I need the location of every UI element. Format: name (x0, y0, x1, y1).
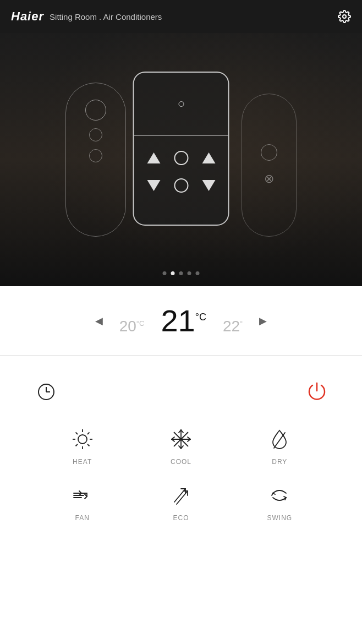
dot-1[interactable] (163, 271, 167, 275)
dry-icon (266, 426, 293, 452)
header-subtitle: Sitting Room . Air Conditioners (50, 12, 162, 21)
brand-name: Haier (11, 9, 44, 24)
temp-increase-button[interactable]: ▶ (243, 315, 283, 327)
fan-label: FAN (75, 514, 89, 522)
settings-icon[interactable] (338, 10, 351, 23)
divider-line (0, 355, 362, 356)
svg-line-12 (75, 444, 78, 446)
ghost-circle-large (85, 100, 106, 121)
ghost-right-circle (261, 144, 277, 161)
button-down-left[interactable] (142, 174, 164, 197)
mode-heat[interactable]: HEAT (33, 426, 131, 466)
mode-grid: HEAT (22, 421, 340, 533)
temp-center: 21°C (161, 303, 206, 339)
remote-indicator (178, 101, 184, 107)
dot-3[interactable] (179, 271, 183, 275)
cool-label: COOL (171, 458, 191, 466)
remote-illustration: ⊗ (65, 61, 297, 259)
button-down-right[interactable] (198, 174, 220, 197)
remote-buttons (142, 136, 220, 208)
remote-top-bar (134, 73, 228, 136)
ghost-right-x: ⊗ (264, 172, 274, 186)
remote-ghost-right: ⊗ (242, 94, 297, 237)
cool-icon (168, 426, 194, 452)
swing-icon (266, 482, 293, 509)
dot-2[interactable] (171, 271, 175, 275)
timer-button[interactable] (33, 378, 59, 404)
button-circle-top[interactable] (170, 147, 192, 169)
eco-icon (168, 482, 194, 509)
hero-section: ⊗ (0, 33, 362, 286)
top-controls-row (22, 372, 340, 421)
mode-eco[interactable]: ECO (131, 482, 230, 522)
header: Haier Sitting Room . Air Conditioners (0, 0, 362, 33)
controls-section: HEAT (0, 361, 362, 538)
mode-dry[interactable]: DRY (231, 426, 329, 466)
temp-decrease-button[interactable]: ◀ (79, 315, 119, 327)
pagination-dots (163, 271, 200, 275)
ghost-circle-small (89, 128, 102, 141)
heat-icon (69, 426, 96, 452)
svg-point-4 (78, 435, 87, 444)
button-up-left[interactable] (142, 147, 164, 169)
eco-label: ECO (173, 514, 189, 522)
remote-ghost-left (65, 83, 126, 237)
header-left: Haier Sitting Room . Air Conditioners (11, 9, 162, 24)
svg-line-11 (87, 433, 90, 435)
button-up-right[interactable] (198, 147, 220, 169)
dot-5[interactable] (196, 271, 200, 275)
mode-cool[interactable]: COOL (131, 426, 230, 466)
temperature-section: ◀ 20°C 21°C 22° ▶ (0, 286, 362, 350)
power-button[interactable] (305, 379, 329, 403)
remote-main[interactable] (133, 72, 229, 226)
dot-4[interactable] (188, 271, 191, 275)
button-circle-bottom[interactable] (170, 174, 192, 197)
fan-icon (69, 482, 96, 509)
timer-icon (33, 378, 59, 404)
dry-label: DRY (272, 458, 287, 466)
svg-point-0 (343, 15, 346, 18)
ghost-circle-small2 (89, 149, 102, 162)
temperature-values: 20°C 21°C 22° (119, 303, 243, 339)
mode-swing[interactable]: SWING (231, 482, 329, 522)
mode-fan[interactable]: FAN (33, 482, 131, 522)
heat-label: HEAT (73, 458, 92, 466)
temp-left: 20°C (119, 318, 145, 335)
temp-right: 22° (223, 318, 243, 335)
swing-label: SWING (267, 514, 292, 522)
svg-line-9 (75, 433, 78, 435)
svg-line-10 (87, 444, 90, 446)
